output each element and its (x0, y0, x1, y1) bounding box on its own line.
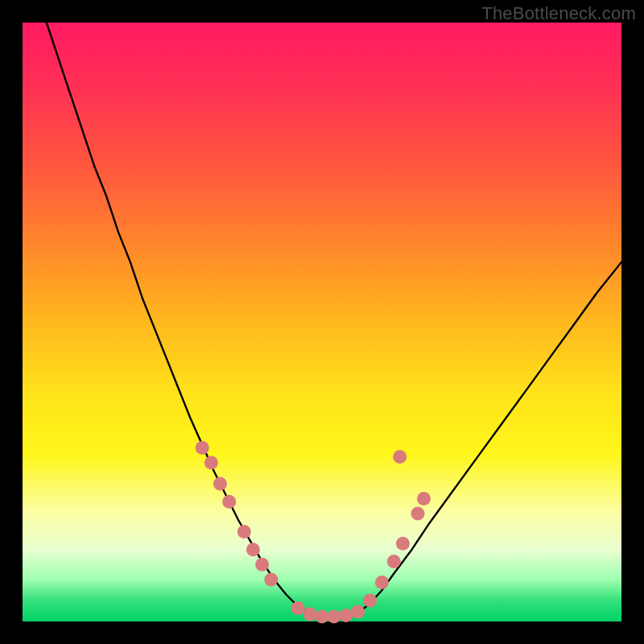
data-dot (393, 450, 407, 464)
data-dot (417, 492, 431, 506)
watermark-text: TheBottleneck.com (481, 3, 636, 24)
data-dot (316, 610, 329, 624)
data-dot (339, 609, 353, 622)
data-dot (222, 495, 236, 509)
bottleneck-curve (47, 23, 621, 619)
data-dot (246, 543, 260, 556)
data-dot (213, 477, 227, 490)
data-dot (411, 507, 425, 521)
data-dot (255, 558, 269, 572)
data-dot (387, 555, 401, 568)
data-dot (291, 601, 305, 615)
data-dot (204, 456, 218, 469)
data-dots (196, 441, 431, 624)
curve-svg (23, 23, 621, 621)
data-dot (303, 608, 317, 621)
data-dot (196, 441, 209, 455)
data-dot (396, 537, 410, 551)
plot-area (23, 23, 621, 621)
data-dot (237, 525, 251, 539)
data-dot (363, 594, 377, 608)
data-dot (375, 576, 389, 589)
data-dot (351, 605, 365, 619)
data-dot (327, 610, 341, 624)
data-dot (264, 572, 278, 586)
chart-frame: TheBottleneck.com (0, 0, 644, 644)
